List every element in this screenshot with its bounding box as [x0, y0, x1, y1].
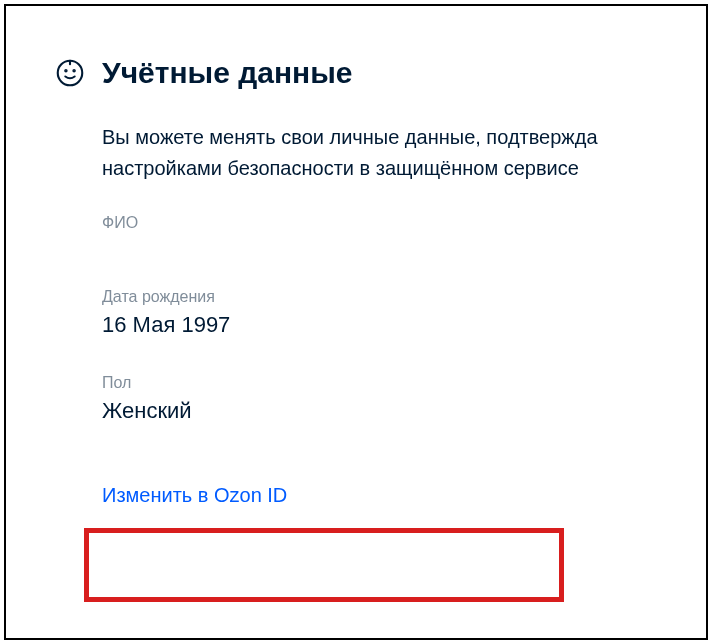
- field-fio-label: ФИО: [102, 214, 706, 232]
- field-dob-value: 16 Мая 1997: [102, 312, 706, 338]
- panel-border: Учётные данные Вы можете менять свои лич…: [4, 4, 708, 640]
- highlight-box: [84, 528, 564, 602]
- section-header: Учётные данные: [56, 56, 706, 90]
- section-title: Учётные данные: [102, 56, 353, 90]
- svg-point-1: [65, 70, 66, 71]
- section-description: Вы можете менять свои личные данные, под…: [102, 122, 706, 184]
- svg-point-2: [73, 70, 74, 71]
- field-dob: Дата рождения 16 Мая 1997: [102, 288, 706, 338]
- field-fio: ФИО: [102, 214, 706, 232]
- field-gender: Пол Женский: [102, 374, 706, 424]
- field-gender-label: Пол: [102, 374, 706, 392]
- description-line-2: настройками безопасности в защищённом се…: [102, 157, 579, 179]
- field-gender-value: Женский: [102, 398, 706, 424]
- change-ozon-id-link[interactable]: Изменить в Ozon ID: [102, 484, 287, 507]
- description-line-1: Вы можете менять свои личные данные, под…: [102, 126, 598, 148]
- field-dob-label: Дата рождения: [102, 288, 706, 306]
- account-data-section: Учётные данные Вы можете менять свои лич…: [6, 6, 706, 507]
- face-icon: [56, 59, 84, 87]
